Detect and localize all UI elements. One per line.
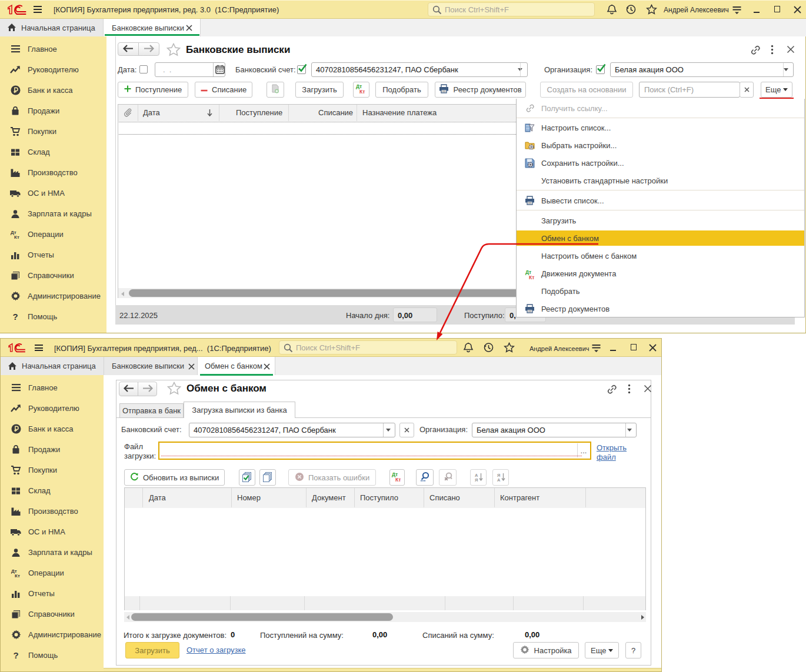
svg-text:Кт: Кт	[15, 573, 20, 578]
svg-text:Кт: Кт	[14, 235, 19, 239]
svg-text:Кт: Кт	[529, 275, 534, 280]
svg-text:?: ?	[13, 650, 18, 660]
svg-text:Кт: Кт	[359, 89, 365, 95]
svg-text:Я: Я	[475, 477, 478, 482]
svg-text:Кт: Кт	[395, 477, 401, 483]
svg-text:А: А	[497, 477, 501, 482]
svg-text:?: ?	[12, 312, 18, 322]
